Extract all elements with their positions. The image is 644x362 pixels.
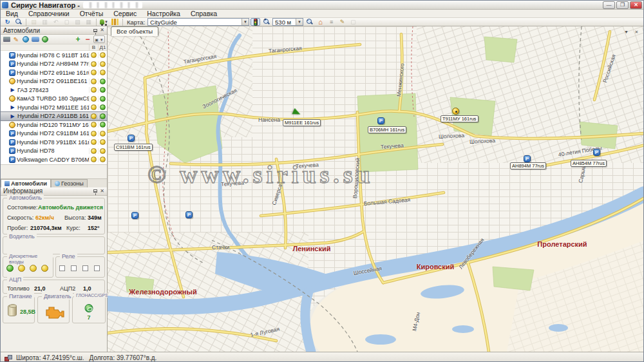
relay-checkbox[interactable] (82, 265, 88, 271)
vehicles-panel-header: Автомобили ✕ (1, 26, 107, 35)
menu-directories[interactable]: Справочники (23, 10, 75, 18)
parking-marker-icon[interactable] (593, 149, 600, 156)
parking-marker-icon[interactable] (128, 135, 135, 142)
pin-icon[interactable] (93, 29, 97, 32)
vehicles-toolbar: ✎ + − ▣ ▼ (1, 35, 107, 44)
traffic-button[interactable] (251, 18, 260, 26)
parking-status-icon (9, 157, 15, 163)
vehicle-ball-icon[interactable] (452, 108, 459, 115)
parking-marker-icon[interactable] (377, 117, 384, 124)
search-button[interactable] (14, 18, 23, 26)
map-area[interactable]: © www.sirius.su Таганрогская Таганрогска… (108, 26, 644, 352)
vehicle-row[interactable]: Hyundai HD78 (1, 147, 107, 156)
menu-reports[interactable]: Отчёты (75, 10, 109, 18)
columns-button[interactable]: ▦ (84, 18, 93, 26)
status-dot (100, 79, 106, 84)
vehicles-column-header: В Д1 (1, 44, 107, 51)
vehicle-menu-button[interactable]: ▼ (99, 18, 109, 26)
menu-settings[interactable]: Настройка (142, 10, 185, 18)
journal-icon: ▤ (31, 19, 37, 25)
chart-button[interactable] (110, 18, 120, 26)
plus-icon: + (75, 35, 80, 44)
parking-status-icon (9, 52, 15, 59)
vehicle-row[interactable]: ГАЗ 278423 (1, 86, 107, 95)
parking-marker-icon[interactable] (185, 211, 193, 218)
vehicle-row[interactable]: Hyundai HD72 е911не 161rus (1, 68, 107, 77)
status-dot (91, 52, 97, 58)
legend-button[interactable]: ≡ (327, 18, 336, 26)
restore-button[interactable]: ❐ (616, 1, 629, 9)
vehicle-row[interactable]: КамАЗ TURBO 180 ЭдикС911ЕС 61rus (1, 95, 107, 104)
traffic-light-icon (254, 19, 258, 26)
print-button[interactable] (3, 36, 10, 43)
edit-map-button[interactable]: ✎ (337, 18, 347, 26)
relay-checkbox[interactable] (94, 265, 100, 271)
redacted-client-name (83, 2, 142, 8)
vehicle-marker-label[interactable]: АН894М 77rus (510, 162, 546, 169)
pin-icon[interactable] (93, 189, 97, 193)
extra-button[interactable]: ▢ (348, 18, 358, 26)
remove-vehicle-button[interactable]: − (84, 36, 91, 43)
tab-geozones[interactable]: Геозоны (51, 179, 88, 187)
refresh-button[interactable]: ↻ (3, 18, 12, 26)
search-icon (15, 19, 22, 25)
home-button[interactable]: ⌂ (316, 18, 325, 26)
district-label: Пролетарский (537, 240, 587, 248)
vehicle-row[interactable]: Hyundai HD78 У911ВХ 161rus (1, 138, 107, 147)
view-mode-button[interactable]: ▣ ▼ (93, 35, 105, 43)
vehicle-marker-label[interactable]: С911ВМ 161rus (114, 144, 153, 151)
map-close-button[interactable]: ✕ (632, 28, 641, 35)
undo-button[interactable]: ↶ (51, 18, 61, 26)
vehicle-row[interactable]: Volkswagen CADDY В706МН 161rus (1, 155, 107, 164)
mileage-value: 210704,3км (30, 225, 62, 231)
parking-marker-icon[interactable] (524, 155, 531, 162)
map-tab-all-objects[interactable]: Все объекты (111, 26, 158, 36)
course-label: Курс: (66, 225, 80, 231)
map-menu-button[interactable]: ▼ (622, 28, 630, 35)
table-button[interactable]: ▥ (40, 18, 50, 26)
undo-icon: ↶ (53, 19, 59, 25)
power-group: Питание 28,5В (3, 296, 35, 323)
relay-checkbox[interactable] (71, 265, 77, 271)
filter-button[interactable]: ▧ (73, 18, 82, 26)
zoom-in-button[interactable]: + (261, 18, 271, 26)
zoom-in-icon: + (263, 19, 270, 25)
zoom-out-button[interactable]: - (305, 18, 314, 26)
map-select-combo[interactable]: CityGuide ▼ (147, 18, 249, 26)
parking-marker-icon[interactable] (131, 212, 138, 219)
show-all-button[interactable] (22, 36, 30, 43)
vehicle-row-selected[interactable]: Hyundai HD72 А911ВВ 161rus (1, 112, 107, 121)
menu-service[interactable]: Сервис (108, 10, 142, 18)
moving-status-icon (9, 113, 16, 120)
vehicle-row[interactable]: Hyundai HD72 С911ВМ 161rus (1, 129, 107, 138)
add-vehicle-button[interactable]: + (74, 36, 82, 43)
follow-vehicle-button[interactable] (32, 36, 39, 43)
street-label: Нансена (258, 117, 280, 123)
vehicle-row[interactable]: Hyundai HD78 С 911ВТ 161rus (1, 51, 107, 60)
filter-icon: ▧ (75, 19, 80, 25)
close-icon[interactable]: ✕ (100, 189, 104, 194)
minimize-button[interactable]: — (603, 1, 615, 9)
vehicle-marker-label[interactable]: АН854М 77rus (571, 160, 607, 167)
menu-help[interactable]: Справка (185, 10, 222, 18)
close-icon[interactable]: ✕ (100, 28, 104, 33)
vehicle-marker-label[interactable]: В706МН 161rus (368, 126, 406, 133)
journal-button[interactable]: ▤ (29, 18, 39, 26)
stop-button[interactable]: ◻ (62, 18, 71, 26)
map-select-value: CityGuide (150, 19, 177, 26)
vehicle-row[interactable]: Hyundai HD120 Т911МУ 161rus (1, 120, 107, 129)
vehicle-marker-label[interactable]: Т911МУ 161rus (440, 115, 478, 122)
status-dot (91, 79, 97, 84)
edit-list-button[interactable]: ✎ (12, 36, 20, 43)
map-watermark: © www.sirius.su (147, 160, 374, 189)
close-button[interactable]: ✕ (630, 1, 642, 9)
vehicle-row[interactable]: Hyundai HD72 О911ВЕ161 (1, 77, 107, 86)
vehicle-marker-label[interactable]: М911ЕЕ 161rus (283, 119, 321, 126)
scale-combo[interactable]: 530 м ▼ (272, 18, 303, 26)
relay-checkbox[interactable] (59, 265, 65, 271)
menu-view[interactable]: Вид (1, 10, 23, 18)
geo-button[interactable] (41, 36, 49, 43)
tab-vehicles[interactable]: Автомобили (1, 179, 51, 187)
vehicle-row[interactable]: Hyundai HD72 М911ЕЕ 161rus (1, 103, 107, 112)
vehicle-row[interactable]: Hyundai HD72 АН894М 77rus (1, 60, 107, 69)
